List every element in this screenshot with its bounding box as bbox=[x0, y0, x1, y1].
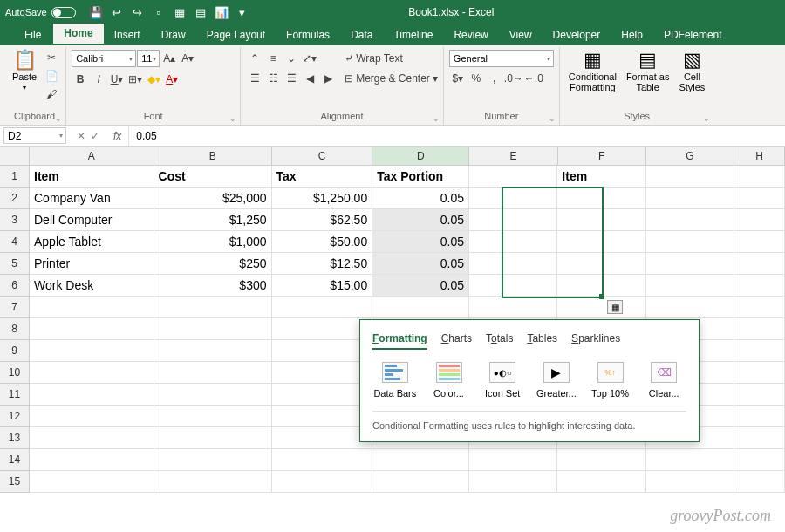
cell[interactable] bbox=[734, 166, 785, 188]
cell[interactable] bbox=[30, 406, 154, 427]
tab-home[interactable]: Home bbox=[53, 24, 103, 45]
cell[interactable] bbox=[272, 340, 373, 362]
fx-icon[interactable]: fx bbox=[106, 130, 128, 142]
cell[interactable] bbox=[469, 449, 557, 471]
row-header[interactable]: 1 bbox=[0, 166, 30, 188]
cell[interactable] bbox=[30, 471, 154, 493]
cell[interactable] bbox=[734, 340, 785, 362]
conditional-formatting-button[interactable]: ▦Conditional Formatting bbox=[565, 49, 620, 94]
cell[interactable] bbox=[30, 362, 154, 384]
orientation-icon[interactable]: ⤢▾ bbox=[301, 50, 318, 67]
currency-icon[interactable]: $▾ bbox=[449, 70, 467, 87]
row-header[interactable]: 9 bbox=[0, 340, 30, 362]
align-center-icon[interactable]: ☷ bbox=[264, 70, 282, 87]
cell[interactable] bbox=[557, 253, 645, 275]
row-header[interactable]: 5 bbox=[0, 253, 30, 275]
cell[interactable]: $25,000 bbox=[154, 188, 272, 209]
cell[interactable]: $50.00 bbox=[272, 231, 373, 253]
cell[interactable]: 0.05 bbox=[372, 209, 469, 231]
decrease-font-icon[interactable]: A▾ bbox=[179, 50, 196, 67]
align-middle-icon[interactable]: ≡ bbox=[264, 50, 282, 67]
increase-font-icon[interactable]: A▴ bbox=[160, 50, 178, 67]
row-header[interactable]: 7 bbox=[0, 297, 30, 318]
cell[interactable]: 0.05 bbox=[372, 253, 469, 275]
cell[interactable] bbox=[646, 471, 734, 493]
cell[interactable] bbox=[272, 318, 373, 340]
comma-icon[interactable]: , bbox=[486, 70, 503, 87]
align-bottom-icon[interactable]: ⌄ bbox=[283, 50, 300, 67]
row-header[interactable]: 14 bbox=[0, 449, 30, 471]
cell[interactable] bbox=[469, 253, 557, 275]
qa-icon-set[interactable]: ●◐○Icon Set bbox=[480, 362, 525, 399]
row-header[interactable]: 6 bbox=[0, 275, 30, 297]
cell[interactable] bbox=[154, 427, 272, 449]
qat-dropdown-icon[interactable]: ▾ bbox=[233, 3, 252, 22]
tab-review[interactable]: Review bbox=[443, 25, 498, 45]
cell[interactable] bbox=[469, 297, 557, 318]
cell[interactable] bbox=[30, 318, 154, 340]
cell[interactable]: 0.05 bbox=[372, 275, 469, 297]
paste-button[interactable]: 📋 Paste ▾ bbox=[9, 49, 40, 93]
increase-indent-icon[interactable]: ▶ bbox=[319, 70, 337, 87]
cell[interactable] bbox=[557, 449, 645, 471]
cell[interactable]: 0.05 bbox=[372, 231, 469, 253]
cell[interactable] bbox=[646, 297, 734, 318]
cell[interactable] bbox=[154, 318, 272, 340]
qa-tab-sparklines[interactable]: Sparklines bbox=[571, 331, 620, 350]
cell[interactable] bbox=[734, 406, 785, 427]
font-color-button[interactable]: A▾ bbox=[163, 71, 181, 88]
cell[interactable] bbox=[272, 362, 373, 384]
bold-button[interactable]: B bbox=[72, 71, 89, 88]
cell[interactable] bbox=[372, 449, 469, 471]
qat-icon[interactable]: ▤ bbox=[191, 3, 210, 22]
fill-color-button[interactable]: ◆▾ bbox=[145, 71, 162, 88]
cell[interactable]: $1,000 bbox=[154, 231, 272, 253]
tab-formulas[interactable]: Formulas bbox=[276, 25, 340, 45]
cell[interactable] bbox=[469, 275, 557, 297]
cell[interactable] bbox=[469, 166, 557, 188]
cell[interactable] bbox=[469, 231, 557, 253]
tab-draw[interactable]: Draw bbox=[151, 25, 196, 45]
cancel-icon[interactable]: ✕ bbox=[77, 130, 85, 142]
cell[interactable] bbox=[272, 406, 373, 427]
quick-analysis-icon[interactable]: ▦ bbox=[607, 300, 623, 314]
cell[interactable] bbox=[30, 340, 154, 362]
cell[interactable] bbox=[734, 362, 785, 384]
tab-page-layout[interactable]: Page Layout bbox=[196, 25, 276, 45]
percent-icon[interactable]: % bbox=[468, 70, 485, 87]
cell[interactable] bbox=[154, 362, 272, 384]
cell[interactable] bbox=[469, 209, 557, 231]
cell[interactable] bbox=[154, 297, 272, 318]
tab-view[interactable]: View bbox=[499, 25, 543, 45]
save-icon[interactable]: 💾 bbox=[86, 3, 106, 22]
merge-center-button[interactable]: ⊟ Merge & Center ▾ bbox=[345, 70, 438, 87]
qat-icon[interactable]: 📊 bbox=[212, 3, 231, 22]
row-header[interactable]: 13 bbox=[0, 427, 30, 449]
cell[interactable] bbox=[557, 188, 645, 209]
row-header[interactable]: 2 bbox=[0, 188, 30, 209]
autosave-toggle[interactable] bbox=[51, 7, 76, 18]
cell[interactable] bbox=[734, 231, 785, 253]
cell[interactable] bbox=[734, 384, 785, 406]
tab-file[interactable]: File bbox=[12, 25, 53, 45]
col-header[interactable]: B bbox=[154, 147, 272, 166]
qat-icon[interactable]: ▦ bbox=[170, 3, 189, 22]
cell[interactable] bbox=[154, 449, 272, 471]
cell[interactable] bbox=[646, 209, 734, 231]
decrease-indent-icon[interactable]: ◀ bbox=[301, 70, 318, 87]
name-box[interactable]: D2 bbox=[3, 127, 66, 144]
cell[interactable]: Dell Computer bbox=[30, 209, 154, 231]
cell[interactable]: Printer bbox=[30, 253, 154, 275]
redo-icon[interactable]: ↪ bbox=[128, 3, 147, 22]
select-all-corner[interactable] bbox=[0, 147, 30, 166]
col-header[interactable]: D bbox=[372, 147, 469, 166]
font-name-combo[interactable]: Calibri bbox=[72, 50, 136, 67]
cell[interactable] bbox=[469, 188, 557, 209]
tab-data[interactable]: Data bbox=[340, 25, 383, 45]
cell[interactable] bbox=[734, 297, 785, 318]
cell[interactable] bbox=[646, 449, 734, 471]
col-header[interactable]: G bbox=[646, 147, 734, 166]
underline-button[interactable]: U▾ bbox=[108, 71, 126, 88]
cell[interactable] bbox=[734, 318, 785, 340]
cell[interactable]: Tax Portion bbox=[372, 166, 469, 188]
